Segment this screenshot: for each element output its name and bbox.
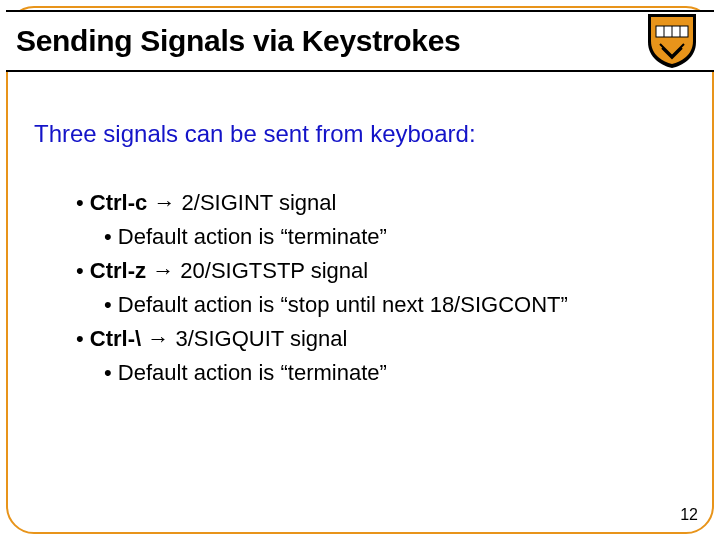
keystroke-label: Ctrl-z: [90, 258, 146, 283]
slide-content: Three signals can be sent from keyboard:…: [34, 120, 686, 391]
slide-title: Sending Signals via Keystrokes: [16, 24, 461, 58]
signal-label: 20/SIGTSTP signal: [180, 258, 368, 283]
princeton-shield-logo: [642, 12, 702, 70]
bullet-list: Ctrl-c → 2/SIGINT signal Default action …: [34, 186, 686, 391]
page-number: 12: [680, 506, 698, 524]
bullet-item-sigint: Ctrl-c → 2/SIGINT signal: [76, 186, 686, 220]
keystroke-label: Ctrl-\: [90, 326, 141, 351]
bullet-sub-sigquit: Default action is “terminate”: [76, 356, 686, 390]
lead-text: Three signals can be sent from keyboard:: [34, 120, 686, 148]
title-bar: Sending Signals via Keystrokes: [6, 10, 714, 72]
signal-label: 2/SIGINT signal: [182, 190, 337, 215]
bullet-item-sigtstp: Ctrl-z → 20/SIGTSTP signal: [76, 254, 686, 288]
signal-label: 3/SIGQUIT signal: [175, 326, 347, 351]
arrow-icon: →: [152, 258, 174, 283]
keystroke-label: Ctrl-c: [90, 190, 147, 215]
arrow-icon: →: [147, 326, 169, 351]
bullet-item-sigquit: Ctrl-\ → 3/SIGQUIT signal: [76, 322, 686, 356]
bullet-sub-sigtstp: Default action is “stop until next 18/SI…: [76, 288, 686, 322]
bullet-sub-sigint: Default action is “terminate”: [76, 220, 686, 254]
arrow-icon: →: [153, 190, 175, 215]
